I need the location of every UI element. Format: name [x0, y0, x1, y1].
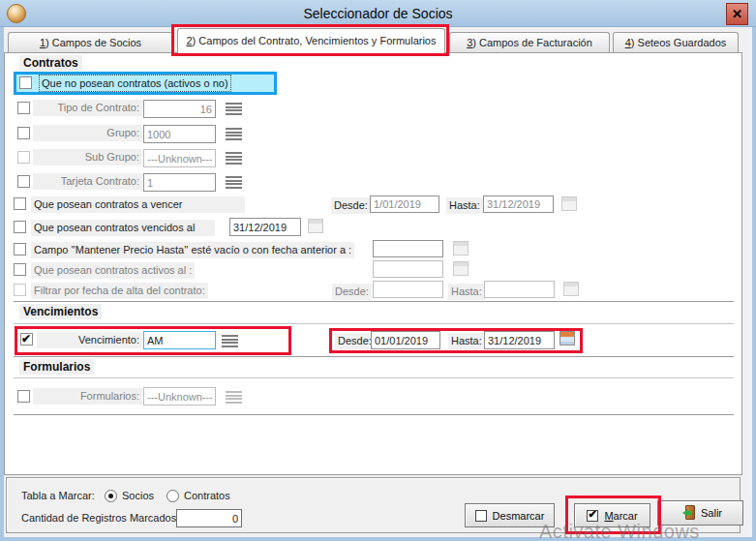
label-mantener-precio: Campo ''Mantener Precio Hasta'' esté vac…: [31, 242, 354, 258]
checkbox-vencimiento[interactable]: [20, 333, 33, 346]
checkbox-vencidos-al[interactable]: [14, 221, 26, 233]
calendar-icon[interactable]: [563, 282, 579, 296]
input-formularios[interactable]: [143, 387, 216, 406]
label-activos-al: Que posean contratos activos al :: [31, 262, 195, 279]
section-header-contratos: Contratos: [19, 55, 82, 71]
menu-list-icon[interactable]: [226, 103, 242, 115]
title-bar: Seleccionador de Socios ✕: [0, 0, 756, 27]
input-a-vencer-hasta[interactable]: [483, 195, 554, 213]
window-frame: [0, 27, 4, 541]
label-tarjeta-contrato: Tarjeta Contrato:: [33, 173, 142, 190]
input-tarjeta-contrato[interactable]: [143, 173, 216, 192]
input-vencidos-al-fecha[interactable]: [229, 218, 301, 236]
checkbox-tarjeta-contrato[interactable]: [17, 175, 30, 188]
label-venc-hasta: Hasta:: [448, 333, 485, 349]
calendar-icon[interactable]: [453, 261, 469, 276]
label-filtrar-hasta: Hasta:: [448, 284, 485, 300]
desmarcar-label: Desmarcar: [493, 510, 545, 522]
unchecked-box-icon: [475, 510, 487, 522]
section-divider: [14, 414, 734, 416]
input-cantidad-registros[interactable]: [176, 509, 242, 527]
checkbox-formularios[interactable]: [17, 390, 30, 403]
label-grupo: Grupo:: [33, 125, 142, 141]
tab-campos-de-socios[interactable]: 1) Campos de Socios: [8, 32, 173, 52]
exit-door-icon: [679, 505, 695, 521]
label-a-vencer: Que posean contratos a vencer: [31, 196, 245, 213]
tab-label: ) Campos de Facturación: [472, 37, 592, 48]
input-venc-hasta[interactable]: [484, 331, 555, 349]
radio-contratos-label: Contratos: [184, 490, 230, 501]
checkbox-que-no-posean[interactable]: [19, 76, 32, 89]
label-tabla-a-marcar: Tabla a Marcar:: [21, 490, 95, 501]
label-vencimiento: Vencimiento:: [37, 332, 142, 348]
section-header-vencimientos: Vencimientos: [19, 304, 102, 319]
label-vencidos-al: Que posean contratos vencidos al: [31, 220, 215, 236]
activate-windows-watermark: Activate Windows: [539, 521, 700, 541]
menu-list-icon[interactable]: [226, 152, 242, 165]
tab-campos-de-facturacion[interactable]: 3) Campos de Facturación: [449, 32, 610, 52]
calendar-icon[interactable]: [559, 331, 575, 346]
input-mantener-fecha[interactable]: [373, 240, 443, 257]
checkbox-activos-al[interactable]: [14, 263, 26, 276]
tab-campos-del-contrato[interactable]: 2) Campos del Contrato, Vencimientos y F…: [177, 28, 445, 53]
close-button[interactable]: ✕: [726, 3, 748, 25]
input-sub-grupo[interactable]: [143, 149, 216, 167]
window-frame: [752, 27, 756, 541]
checkbox-mantener-precio[interactable]: [14, 243, 26, 255]
dialog-window: Seleccionador de Socios ✕ 1) Campos de S…: [0, 0, 756, 541]
input-activos-al-fecha[interactable]: [373, 260, 443, 278]
checkbox-sub-grupo[interactable]: [17, 151, 30, 164]
calendar-icon[interactable]: [308, 219, 323, 233]
checkbox-a-vencer[interactable]: [14, 197, 26, 210]
radio-socios[interactable]: [105, 490, 117, 502]
label-sub-grupo: Sub Grupo:: [33, 149, 142, 165]
label-venc-desde: Desde:: [335, 333, 375, 349]
label-a-vencer-desde: Desde:: [331, 197, 371, 214]
menu-list-icon[interactable]: [226, 128, 242, 140]
label-formularios: Formularios:: [33, 388, 142, 405]
checkbox-filtrar-alta[interactable]: [14, 284, 26, 296]
calendar-icon[interactable]: [453, 241, 469, 255]
menu-list-icon[interactable]: [226, 391, 242, 404]
section-divider: [14, 356, 734, 358]
radio-socios-label: Socios: [122, 490, 154, 501]
tab-seteos-guardados[interactable]: 4) Seteos Guardados: [613, 32, 739, 52]
input-venc-desde[interactable]: [371, 331, 440, 349]
input-filtrar-hasta[interactable]: [484, 281, 555, 298]
marcar-rest: arcar: [614, 510, 638, 522]
input-filtrar-desde[interactable]: [373, 281, 443, 298]
calendar-icon[interactable]: [561, 196, 577, 211]
label-filtrar-desde: Desde:: [332, 284, 372, 300]
tab-label: ) Campos del Contrato, Vencimientos y Fo…: [193, 35, 437, 46]
input-grupo[interactable]: [143, 125, 216, 143]
menu-list-icon[interactable]: [222, 335, 238, 347]
checked-box-icon: [587, 510, 598, 522]
label-cantidad-registros: Cantidad de Registros Marcados: [21, 512, 176, 524]
checkbox-tipo-contrato[interactable]: [17, 102, 30, 114]
label-a-vencer-hasta: Hasta:: [446, 197, 483, 214]
label-que-no-posean: Que no posean contratos (activos o no): [40, 75, 230, 91]
label-filtrar-alta: Filtrar por fecha de alta del contrato:: [31, 283, 208, 299]
tab-label: ) Seteos Guardados: [631, 37, 726, 48]
tab-label: ) Campos de Socios: [45, 37, 141, 48]
menu-list-icon[interactable]: [226, 176, 242, 189]
input-a-vencer-desde[interactable]: [370, 195, 439, 213]
header-underline: [14, 377, 734, 378]
header-underline: [14, 323, 734, 324]
marcar-accel: M: [604, 510, 613, 522]
radio-contratos[interactable]: [166, 490, 179, 502]
checkbox-grupo[interactable]: [17, 127, 30, 139]
salir-label: Salir: [701, 507, 722, 519]
focused-row-que-no-posean[interactable]: Que no posean contratos (activos o no): [14, 72, 277, 95]
section-header-formularios: Formularios: [19, 359, 94, 375]
input-vencimiento[interactable]: [143, 331, 216, 349]
label-tipo-contrato: Tipo de Contrato:: [33, 100, 142, 116]
window-title: Seleccionador de Socios: [0, 6, 756, 21]
marcar-label: Marcar: [604, 510, 637, 522]
input-tipo-contrato[interactable]: [143, 100, 216, 118]
close-icon: ✕: [732, 7, 742, 21]
section-divider: [14, 301, 734, 303]
